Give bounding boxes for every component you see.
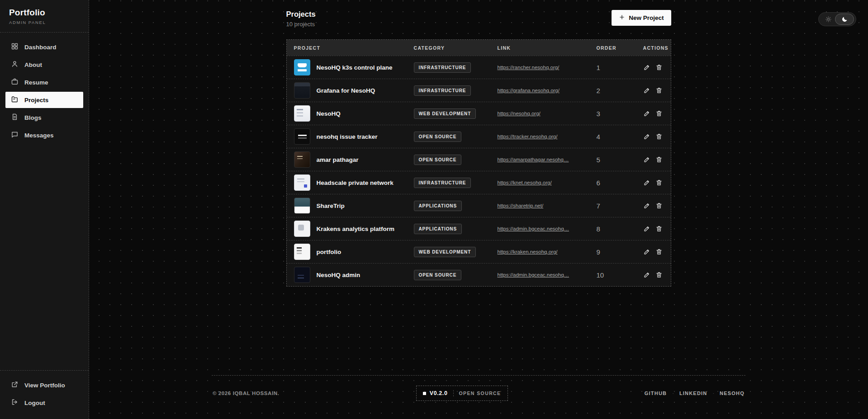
table-row: NesoHQ k3s control plane INFRASTRUCTURE … <box>287 56 671 79</box>
project-link[interactable]: https://nesohq.org/ <box>498 111 597 116</box>
delete-button[interactable] <box>655 271 663 278</box>
delete-button[interactable] <box>655 156 663 163</box>
category-badge: APPLICATIONS <box>414 224 462 234</box>
project-link[interactable]: https://admin.bgceac.nesohq… <box>498 272 597 278</box>
table-row: portfolio WEB DEVELOPMENT https://kraken… <box>287 240 671 263</box>
category-badge: INFRASTRUCTURE <box>414 85 471 96</box>
edit-button[interactable] <box>643 248 650 255</box>
order-value: 10 <box>597 271 643 279</box>
edit-icon <box>643 135 650 141</box>
sun-icon <box>825 16 832 23</box>
sidebar-item-messages[interactable]: Messages <box>5 127 83 143</box>
sidebar-nav: Dashboard About Resume Projects Blogs Me… <box>0 33 89 150</box>
delete-button[interactable] <box>655 110 663 117</box>
version-label-group: V0.2.0 <box>423 390 454 396</box>
sidebar-spacer <box>0 150 89 370</box>
edit-button[interactable] <box>643 202 650 209</box>
delete-icon <box>655 135 663 141</box>
edit-icon <box>643 204 650 211</box>
project-link[interactable]: https://kraken.nesohq.org/ <box>498 249 597 254</box>
sidebar-item-blogs[interactable]: Blogs <box>5 109 83 126</box>
delete-button[interactable] <box>655 64 663 71</box>
table-row: NesoHQ admin OPEN SOURCE https://admin.b… <box>287 263 671 286</box>
actions-cell <box>643 87 671 94</box>
page-subtitle: 10 projects <box>286 21 316 28</box>
edit-button[interactable] <box>643 110 650 117</box>
new-project-button[interactable]: New Project <box>612 10 671 26</box>
edit-button[interactable] <box>643 156 650 163</box>
dashboard-grid-icon <box>11 42 19 52</box>
sidebar: Portfolio ADMIN PANEL Dashboard About Re… <box>0 0 89 419</box>
project-link[interactable]: https://sharetrip.net/ <box>498 203 597 208</box>
project-name: ShareTrip <box>317 202 345 209</box>
sidebar-item-label: Projects <box>24 97 48 104</box>
sidebar-item-dashboard[interactable]: Dashboard <box>5 39 83 55</box>
project-link[interactable]: https://admin.bgceac.nesohq… <box>498 226 597 231</box>
actions-cell <box>643 110 671 117</box>
main-area: Projects 10 projects New Project PROJECT… <box>89 0 868 419</box>
delete-button[interactable] <box>655 202 663 209</box>
theme-toggle[interactable] <box>818 12 856 26</box>
edit-icon <box>643 112 650 118</box>
delete-icon <box>655 250 663 257</box>
project-name: Grafana for NesoHQ <box>317 87 375 94</box>
project-name: Headscale private network <box>317 179 394 186</box>
sidebar-item-logout[interactable]: Logout <box>5 395 83 411</box>
sidebar-item-projects[interactable]: Projects <box>5 92 83 108</box>
footer-link-linkedin[interactable]: LINKEDIN <box>679 391 707 396</box>
order-value: 2 <box>597 87 643 94</box>
project-link[interactable]: https://rancher.nesohq.org/ <box>498 65 597 70</box>
edit-button[interactable] <box>643 225 650 232</box>
actions-cell <box>643 179 671 186</box>
sidebar-item-view-portfolio[interactable]: View Portfolio <box>5 377 83 393</box>
delete-button[interactable] <box>655 225 663 232</box>
project-name: amar pathagar <box>317 156 359 163</box>
logout-icon <box>11 398 19 407</box>
footer-link-nesohq[interactable]: NESOHQ <box>720 391 745 396</box>
project-name: portfolio <box>317 249 342 255</box>
project-cell: Grafana for NesoHQ <box>294 82 414 99</box>
category-badge: OPEN SOURCE <box>414 270 462 280</box>
sidebar-item-label: About <box>24 61 42 68</box>
actions-cell <box>643 248 671 255</box>
project-link[interactable]: https://knet.nesohq.org/ <box>498 180 597 185</box>
order-value: 5 <box>597 156 643 164</box>
category-badge: OPEN SOURCE <box>414 132 462 142</box>
order-value: 7 <box>597 202 643 210</box>
sidebar-item-label: Dashboard <box>24 44 57 51</box>
edit-icon <box>643 181 650 188</box>
sidebar-item-about[interactable]: About <box>5 56 83 73</box>
project-link[interactable]: https://grafana.nesohq.org/ <box>498 88 597 93</box>
actions-cell <box>643 133 671 140</box>
edit-button[interactable] <box>643 87 650 94</box>
edit-button[interactable] <box>643 64 650 71</box>
project-link[interactable]: https://amarpathagar.nesohq… <box>498 157 597 162</box>
column-header-project: PROJECT <box>294 45 414 51</box>
edit-button[interactable] <box>643 133 650 140</box>
edit-icon <box>643 273 650 280</box>
table-row: amar pathagar OPEN SOURCE https://amarpa… <box>287 148 671 171</box>
delete-button[interactable] <box>655 133 663 140</box>
delete-icon <box>655 66 663 72</box>
table-row: Headscale private network INFRASTRUCTURE… <box>287 171 671 194</box>
delete-button[interactable] <box>655 179 663 186</box>
edit-button[interactable] <box>643 179 650 186</box>
sidebar-item-label: Blogs <box>24 114 42 121</box>
edit-button[interactable] <box>643 271 650 278</box>
delete-icon <box>655 112 663 118</box>
order-value: 9 <box>597 248 643 256</box>
delete-button[interactable] <box>655 248 663 255</box>
table-row: Krakens analytics platform APPLICATIONS … <box>287 217 671 240</box>
column-header-link: LINK <box>498 45 597 51</box>
project-thumbnail <box>294 82 310 99</box>
project-link[interactable]: https://tracker.nesohq.org/ <box>498 134 597 139</box>
category-badge: INFRASTRUCTURE <box>414 62 471 73</box>
category-badge: APPLICATIONS <box>414 201 462 211</box>
delete-button[interactable] <box>655 87 663 94</box>
actions-cell <box>643 64 671 71</box>
project-name: NesoHQ admin <box>317 272 360 278</box>
footer-link-github[interactable]: GITHUB <box>645 391 667 396</box>
table-row: nesohq issue tracker OPEN SOURCE https:/… <box>287 125 671 148</box>
sidebar-item-resume[interactable]: Resume <box>5 74 83 90</box>
project-cell: nesohq issue tracker <box>294 128 414 145</box>
